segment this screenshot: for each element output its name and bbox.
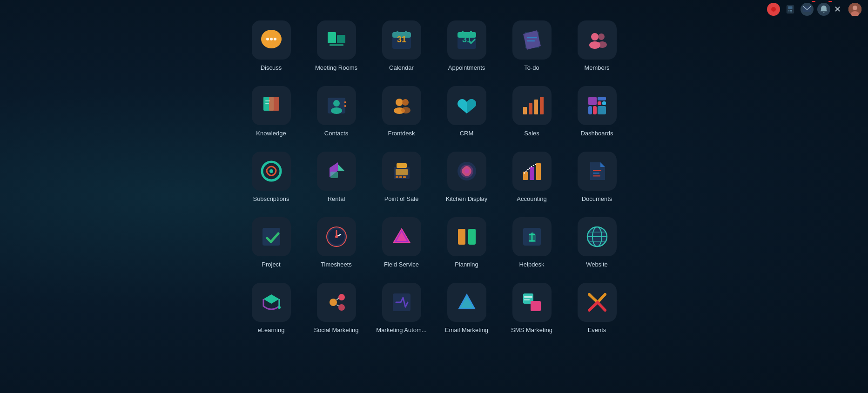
app-members[interactable]: Members [565, 14, 630, 80]
svg-rect-72 [536, 163, 541, 180]
app-calendar[interactable]: 31Calendar [369, 14, 434, 80]
svg-rect-50 [540, 97, 544, 114]
app-timesheets[interactable]: Timesheets [304, 211, 369, 276]
svg-point-43 [396, 99, 403, 106]
accounting-icon [512, 152, 552, 191]
documents-label: Documents [582, 195, 612, 203]
app-helpdesk[interactable]: Helpdesk [499, 211, 565, 276]
dashboards-icon [578, 86, 617, 125]
crm-icon [447, 86, 486, 125]
svg-point-13 [270, 38, 273, 40]
point-of-sale-icon [382, 152, 421, 191]
project-icon [252, 217, 291, 256]
svg-text:31: 31 [397, 35, 406, 44]
svg-rect-76 [262, 228, 280, 246]
svg-rect-85 [458, 229, 465, 245]
app-crm[interactable]: CRM [434, 80, 499, 145]
sales-label: Sales [524, 130, 539, 138]
appointments-label: Appointments [448, 64, 485, 72]
svg-rect-56 [593, 106, 597, 114]
svg-rect-51 [588, 97, 597, 105]
app-rental[interactable]: Rental [304, 145, 369, 211]
helpdesk-label: Helpdesk [519, 261, 544, 269]
notifications-badge [828, 1, 832, 2]
app-discuss[interactable]: Discuss [239, 14, 304, 80]
todo-icon [512, 20, 552, 60]
app-field-service[interactable]: Field Service [369, 211, 434, 276]
svg-point-2 [788, 10, 789, 11]
helpdesk-icon [512, 217, 552, 256]
app-sms-marketing[interactable]: SMS Marketing [499, 276, 565, 342]
svg-rect-74 [593, 173, 599, 174]
svg-rect-16 [337, 35, 345, 43]
svg-point-14 [274, 38, 276, 40]
notifications-icon[interactable] [817, 3, 830, 16]
svg-point-69 [464, 169, 469, 173]
svg-rect-35 [269, 97, 279, 111]
svg-rect-70 [523, 172, 528, 180]
app-accounting[interactable]: Accounting [499, 145, 565, 211]
svg-rect-75 [593, 175, 600, 177]
svg-point-81 [335, 235, 338, 238]
project-label: Project [262, 261, 280, 269]
svg-point-7 [791, 11, 792, 12]
app-social-marketing[interactable]: Social Marketing [304, 276, 369, 342]
app-subscriptions[interactable]: Subscriptions [239, 145, 304, 211]
svg-point-6 [790, 11, 791, 12]
subscriptions-label: Subscriptions [253, 195, 289, 203]
svg-rect-65 [403, 176, 406, 178]
svg-line-102 [336, 305, 339, 306]
frontdesk-label: Frontdesk [388, 130, 415, 138]
red-dot-icon[interactable] [767, 3, 780, 16]
timesheets-icon [317, 217, 356, 256]
app-marketing-autom[interactable]: Marketing Autom... [369, 276, 434, 342]
elearning-icon [252, 283, 291, 322]
app-planning[interactable]: Planning [434, 211, 499, 276]
field-service-label: Field Service [384, 261, 419, 269]
svg-rect-37 [265, 103, 269, 104]
svg-rect-15 [328, 32, 336, 43]
app-dashboards[interactable]: Dashboards [565, 80, 630, 145]
app-events[interactable]: Events [565, 276, 630, 342]
app-meeting-rooms[interactable]: Meeting Rooms [304, 14, 369, 80]
svg-rect-41 [344, 101, 346, 103]
messages-icon[interactable] [801, 3, 814, 16]
accounting-label: Accounting [517, 195, 546, 203]
elearning-label: eLearning [258, 326, 285, 334]
svg-point-59 [269, 169, 273, 173]
svg-rect-54 [602, 101, 606, 105]
contacts-label: Contacts [324, 130, 348, 138]
svg-rect-47 [523, 107, 527, 114]
app-contacts[interactable]: Contacts [304, 80, 369, 145]
svg-rect-36 [265, 100, 270, 101]
marketing-autom-label: Marketing Autom... [376, 326, 426, 334]
svg-rect-64 [399, 176, 402, 178]
frontdesk-icon [382, 86, 421, 125]
app-documents[interactable]: Documents [565, 145, 630, 211]
rental-label: Rental [328, 195, 345, 203]
app-point-of-sale[interactable]: Point of Sale [369, 145, 434, 211]
app-knowledge[interactable]: Knowledge [239, 80, 304, 145]
svg-rect-52 [598, 97, 606, 100]
close-icon[interactable]: ✕ [834, 4, 841, 14]
knowledge-icon [252, 86, 291, 125]
app-project[interactable]: Project [239, 211, 304, 276]
app-todo[interactable]: To-do [499, 14, 565, 80]
svg-point-3 [790, 10, 791, 11]
app-frontdesk[interactable]: Frontdesk [369, 80, 434, 145]
sms-marketing-label: SMS Marketing [511, 326, 552, 334]
app-sales[interactable]: Sales [499, 80, 565, 145]
avatar[interactable] [848, 3, 861, 16]
app-email-marketing[interactable]: Email Marketing [434, 276, 499, 342]
app-kitchen-display[interactable]: Kitchen Display [434, 145, 499, 211]
sales-icon [512, 86, 552, 125]
phone-icon[interactable] [784, 3, 797, 16]
app-elearning[interactable]: eLearning [239, 276, 304, 342]
svg-rect-109 [524, 299, 530, 300]
app-website[interactable]: Website [565, 211, 630, 276]
events-label: Events [588, 326, 606, 334]
social-marketing-label: Social Marketing [314, 326, 358, 334]
documents-icon [578, 152, 617, 191]
app-appointments[interactable]: 31Appointments [434, 14, 499, 80]
svg-point-40 [331, 107, 342, 114]
